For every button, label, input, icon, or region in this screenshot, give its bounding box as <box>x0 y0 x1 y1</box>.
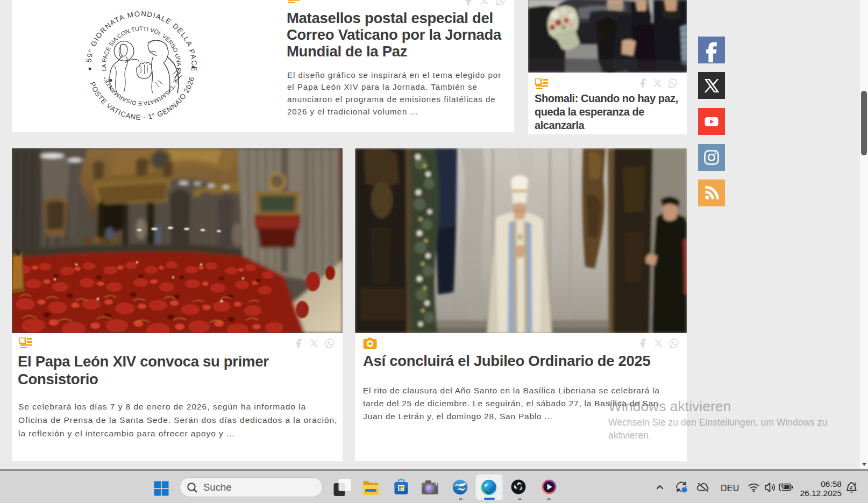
svg-text:z: z <box>855 482 857 486</box>
svg-text:Z: Z <box>850 484 853 490</box>
